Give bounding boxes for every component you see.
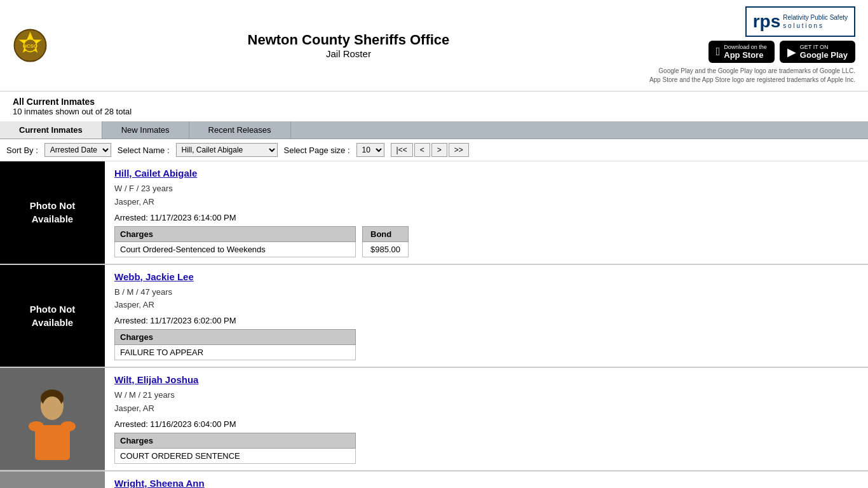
inmate-row: Wilt, Elijah Joshua W / M / 21 yearsJasp… xyxy=(0,368,868,471)
inmate-details-2: B / M / 47 yearsJasper, AR xyxy=(114,286,858,313)
google-play-icon: ▶ xyxy=(787,45,796,59)
page-subtitle: Jail Roster xyxy=(248,48,450,59)
charges-header-2: Charges xyxy=(115,330,356,345)
inmate-details-3: W / M / 21 yearsJasper, AR xyxy=(114,389,858,416)
photo-not-available-text-1: Photo NotAvailable xyxy=(24,193,82,232)
last-page-button[interactable]: >> xyxy=(449,143,469,157)
app-store-text: Download on the App Store xyxy=(724,44,767,60)
next-page-button[interactable]: > xyxy=(431,143,447,157)
inmate-info-2: Webb, Jackie Lee B / M / 47 yearsJasper,… xyxy=(105,265,868,367)
photo-not-available-text-2: Photo NotAvailable xyxy=(24,296,82,336)
prev-page-button[interactable]: < xyxy=(414,143,430,157)
bond-header-1: Bond xyxy=(363,226,409,241)
charges-header-3: Charges xyxy=(115,433,356,448)
page-header: NCSO Newton County Sheriffs Office Jail … xyxy=(0,0,868,92)
inmate-info-3: Wilt, Elijah Joshua W / M / 21 yearsJasp… xyxy=(105,368,868,470)
page-size-label: Select Page size : xyxy=(284,146,350,155)
inmate-info-4: Wright, Sheena Ann W / F / 38 yearsHolid… xyxy=(105,471,868,488)
bond-value-1: $985.00 xyxy=(363,241,409,257)
inmates-subtitle: 10 inmates shown out of 28 total xyxy=(13,107,855,116)
charges-table-2: Charges FAILURE TO APPEAR xyxy=(114,329,356,360)
inmate-name-1[interactable]: Hill, Cailet Abigale xyxy=(114,168,858,179)
charges-bond-row-2: Charges FAILURE TO APPEAR xyxy=(114,329,858,360)
charges-table-3: Charges COURT ORDERED SENTENCE xyxy=(114,433,356,464)
arrested-date-1: Arrested: 11/17/2023 6:14:00 PM xyxy=(114,213,858,222)
charges-bond-row-3: Charges COURT ORDERED SENTENCE xyxy=(114,433,858,464)
sort-by-select[interactable]: Arrested Date xyxy=(44,143,111,157)
apple-icon:  xyxy=(716,45,721,58)
inmate-name-4[interactable]: Wright, Sheena Ann xyxy=(114,478,858,488)
arrested-date-2: Arrested: 11/17/2023 6:02:00 PM xyxy=(114,316,858,325)
sheriff-logo-section: NCSO xyxy=(13,28,48,63)
inmate-photo-4 xyxy=(0,471,105,488)
google-play-button[interactable]: ▶ GET IT ON Google Play xyxy=(780,41,855,63)
rps-tagline: Relativity Public Safety s o l u t i o n… xyxy=(783,13,848,30)
inmate-photo-svg-3 xyxy=(0,368,105,470)
bond-table-1: Bond $985.00 xyxy=(362,226,409,257)
svg-point-9 xyxy=(29,421,44,431)
sort-by-label: Sort By : xyxy=(6,146,38,155)
charges-bond-row-1: Charges Court Ordered-Sentenced to Weeke… xyxy=(114,226,858,257)
inmate-row: Photo NotAvailable Hill, Cailet Abigale … xyxy=(0,161,868,265)
svg-point-10 xyxy=(60,421,76,431)
rps-letters: rps xyxy=(753,11,781,32)
first-page-button[interactable]: |<< xyxy=(391,143,413,157)
inmate-row: Photo NotAvailable Webb, Jackie Lee B / … xyxy=(0,265,868,369)
select-name-label: Select Name : xyxy=(118,146,170,155)
inmate-row: Wright, Sheena Ann W / F / 38 yearsHolid… xyxy=(0,471,868,488)
svg-point-7 xyxy=(43,396,62,418)
inmate-info-1: Hill, Cailet Abigale W / F / 23 yearsJas… xyxy=(105,161,868,264)
pagination-controls: |<< < > >> xyxy=(391,143,469,157)
inmate-details-1: W / F / 23 yearsJasper, AR xyxy=(114,182,858,209)
page-size-select[interactable]: 10 25 50 xyxy=(356,143,384,157)
arrested-date-3: Arrested: 11/16/2023 6:04:00 PM xyxy=(114,419,858,429)
inmate-photo-3 xyxy=(0,368,105,470)
page-title: Newton County Sheriffs Office xyxy=(248,32,450,48)
charges-value-2: FAILURE TO APPEAR xyxy=(115,345,356,360)
header-right-section: rps Relativity Public Safety s o l u t i… xyxy=(649,6,855,85)
controls-bar: Sort By : Arrested Date Select Name : Hi… xyxy=(0,139,868,161)
charges-value-3: COURT ORDERED SENTENCE xyxy=(115,448,356,463)
nav-tabs-bar: Current Inmates New Inmates Recent Relea… xyxy=(0,121,868,139)
app-store-button[interactable]:  Download on the App Store xyxy=(709,41,775,63)
charges-table-1: Charges Court Ordered-Sentenced to Weeke… xyxy=(114,226,356,257)
tab-new-inmates[interactable]: New Inmates xyxy=(102,121,189,139)
sheriff-badge-icon: NCSO xyxy=(13,28,48,63)
app-buttons-row:  Download on the App Store ▶ GET IT ON … xyxy=(709,41,855,63)
tab-recent-releases[interactable]: Recent Releases xyxy=(189,121,291,139)
inmates-title: All Current Inmates xyxy=(13,97,855,107)
inmates-summary-section: All Current Inmates 10 inmates shown out… xyxy=(0,92,868,121)
inmate-name-3[interactable]: Wilt, Elijah Joshua xyxy=(114,374,858,385)
tab-current-inmates[interactable]: Current Inmates xyxy=(0,121,102,139)
inmate-photo-2: Photo NotAvailable xyxy=(0,265,105,367)
inmate-name-2[interactable]: Webb, Jackie Lee xyxy=(114,271,858,282)
charges-value-1: Court Ordered-Sentenced to Weekends xyxy=(115,241,356,257)
select-name-dropdown[interactable]: Hill, Cailet Abigale xyxy=(176,143,278,157)
google-play-text: GET IT ON Google Play xyxy=(800,44,848,60)
app-disclaimer: Google Play and the Google Play logo are… xyxy=(649,67,855,85)
inmate-photo-1: Photo NotAvailable xyxy=(0,161,105,264)
rps-logo: rps Relativity Public Safety s o l u t i… xyxy=(745,6,855,37)
header-title-section: Newton County Sheriffs Office Jail Roste… xyxy=(248,32,450,59)
charges-header-1: Charges xyxy=(115,226,356,241)
svg-text:NCSO: NCSO xyxy=(23,43,37,49)
